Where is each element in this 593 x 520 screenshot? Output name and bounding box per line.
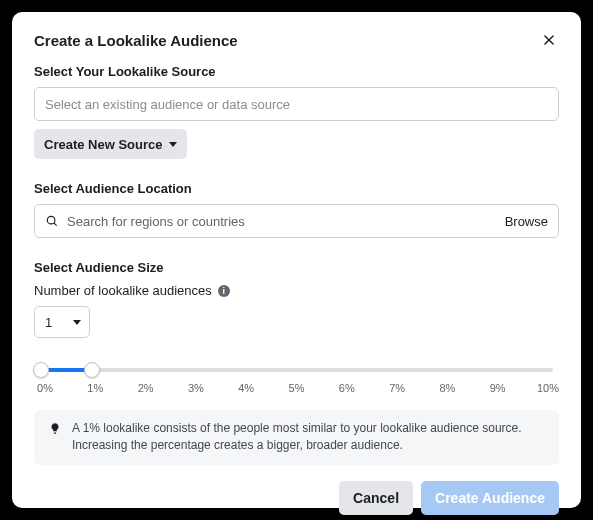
count-label: Number of lookalike audiences xyxy=(34,283,212,298)
location-input[interactable]: Search for regions or countries Browse xyxy=(34,204,559,238)
dialog-footer: Cancel Create Audience xyxy=(34,481,559,515)
slider-tick: 1% xyxy=(84,382,106,394)
slider-thumb-start[interactable] xyxy=(33,362,49,378)
source-placeholder: Select an existing audience or data sour… xyxy=(45,97,290,112)
slider-tick: 7% xyxy=(386,382,408,394)
source-section: Select Your Lookalike Source Select an e… xyxy=(34,64,559,159)
source-label: Select Your Lookalike Source xyxy=(34,64,559,79)
slider-tick: 4% xyxy=(235,382,257,394)
browse-link[interactable]: Browse xyxy=(505,214,548,229)
slider-tick: 6% xyxy=(336,382,358,394)
lookalike-dialog: Create a Lookalike Audience Select Your … xyxy=(12,12,581,508)
location-placeholder: Search for regions or countries xyxy=(67,214,505,229)
caret-down-icon xyxy=(73,320,81,325)
size-label: Select Audience Size xyxy=(34,260,559,275)
slider-tick-labels: 0%1%2%3%4%5%6%7%8%9%10% xyxy=(34,382,559,394)
dialog-title: Create a Lookalike Audience xyxy=(34,32,238,49)
location-section: Select Audience Location Search for regi… xyxy=(34,181,559,238)
slider-tick: 5% xyxy=(285,382,307,394)
create-new-source-label: Create New Source xyxy=(44,137,163,152)
slider-tick: 9% xyxy=(487,382,509,394)
svg-line-3 xyxy=(54,223,57,226)
info-icon[interactable]: i xyxy=(218,285,230,297)
tip-text: A 1% lookalike consists of the people mo… xyxy=(72,420,545,455)
create-new-source-button[interactable]: Create New Source xyxy=(34,129,187,159)
lightbulb-icon xyxy=(48,422,62,436)
cancel-button[interactable]: Cancel xyxy=(339,481,413,515)
svg-point-2 xyxy=(47,216,55,224)
search-icon xyxy=(45,214,59,228)
tip-box: A 1% lookalike consists of the people mo… xyxy=(34,410,559,465)
audience-count-value: 1 xyxy=(45,315,52,330)
audience-count-select[interactable]: 1 xyxy=(34,306,90,338)
slider-tick: 10% xyxy=(537,382,559,394)
create-audience-button[interactable]: Create Audience xyxy=(421,481,559,515)
size-section: Select Audience Size Number of lookalike… xyxy=(34,260,559,465)
location-label: Select Audience Location xyxy=(34,181,559,196)
caret-down-icon xyxy=(169,142,177,147)
slider-tick: 0% xyxy=(34,382,56,394)
close-button[interactable] xyxy=(539,30,559,50)
slider-thumb-end[interactable] xyxy=(84,362,100,378)
slider-tick: 8% xyxy=(436,382,458,394)
close-icon xyxy=(542,33,556,47)
slider-tick: 2% xyxy=(135,382,157,394)
slider-track xyxy=(40,368,553,372)
slider-tick: 3% xyxy=(185,382,207,394)
size-slider[interactable]: 0%1%2%3%4%5%6%7%8%9%10% xyxy=(34,360,559,400)
source-input[interactable]: Select an existing audience or data sour… xyxy=(34,87,559,121)
